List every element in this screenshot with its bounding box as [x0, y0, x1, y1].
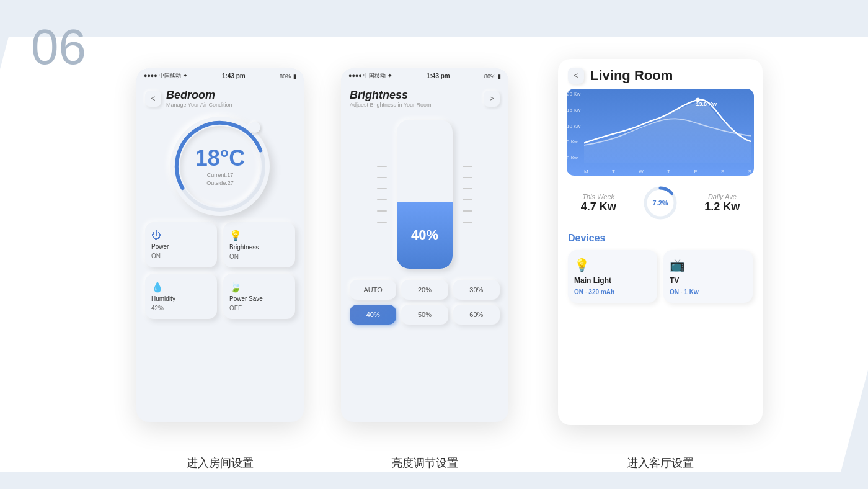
- status-bar-2: ●●●● 中国移动 ✦ 1:43 pm 80% ▮: [341, 68, 508, 84]
- page-number: 06: [31, 19, 86, 76]
- this-week-value: 4.7 Kw: [581, 200, 616, 213]
- x-label-T2: T: [667, 169, 670, 174]
- device-main-light[interactable]: 💡 Main Light ON · 320 mAh: [568, 250, 657, 303]
- tick: [377, 210, 387, 212]
- chart-svg: [584, 91, 751, 163]
- slider-ticks-right: [463, 166, 472, 223]
- livingroom-title: Living Room: [590, 68, 673, 84]
- humidity-label: Humidity: [151, 295, 175, 302]
- tick: [377, 177, 387, 178]
- drag-handle[interactable]: [249, 122, 260, 133]
- bedroom-title-block: Bedroom Manage Your Air Condition: [166, 89, 232, 108]
- powersave-label: Power Save: [229, 295, 263, 302]
- preset-50[interactable]: 50%: [401, 305, 448, 325]
- brightness-title: Brightness: [350, 89, 432, 102]
- power-button[interactable]: ⏻ Power ON: [145, 222, 217, 267]
- x-label-T1: T: [612, 169, 615, 174]
- livingroom-header: < Living Room: [558, 59, 763, 89]
- devices-title: Devices: [568, 233, 753, 244]
- humidity-value: 42%: [151, 305, 164, 312]
- preset-20[interactable]: 20%: [401, 280, 448, 300]
- x-label-F: F: [694, 169, 698, 174]
- control-grid: ⏻ Power ON 💡 Brightness ON 💧 Humidity 42…: [136, 222, 304, 319]
- livingroom-screen: < Living Room 20 Kw 15 Kw 10 Kw 5 Kw 0 K…: [558, 59, 763, 425]
- label-brightness: 亮度调节设置: [341, 455, 508, 470]
- thermostat-ring: 18°C Current:17 Outside:27: [170, 117, 270, 216]
- label-bedroom: 进入房间设置: [136, 455, 304, 470]
- chart-svg-wrap: [584, 91, 751, 163]
- brightness-label: Brightness: [229, 244, 259, 251]
- brightness-header: Brightness Adjuest Brightness in Your Ro…: [341, 84, 508, 110]
- battery-2: 80% ▮: [484, 73, 501, 79]
- thermostat: 18°C Current:17 Outside:27: [136, 117, 304, 216]
- powersave-value: OFF: [229, 305, 242, 312]
- label-livingroom: 进入客厅设置: [558, 455, 763, 470]
- main-light-status: ON · 320 mAh: [574, 289, 651, 295]
- y-label-20: 20 Kw: [567, 91, 585, 97]
- device-tv[interactable]: 📺 TV ON · 1 Kw: [663, 250, 753, 303]
- brightness-button[interactable]: 💡 Brightness ON: [223, 222, 295, 267]
- brightness-value: ON: [229, 253, 239, 260]
- slider-fill: 40%: [397, 202, 453, 269]
- daily-ave-stat: Daily Ave 1.2 Kw: [704, 193, 740, 213]
- tv-status: ON · 1 Kw: [670, 289, 746, 295]
- brightness-icon: 💡: [229, 230, 242, 241]
- bedroom-header: < Bedroom Manage Your Air Condition: [136, 84, 304, 110]
- this-week-label: This Week: [581, 193, 616, 200]
- tick: [377, 188, 387, 189]
- tick: [463, 210, 472, 212]
- y-label-10: 10 Kw: [567, 123, 585, 129]
- brightness-slider-area: 40%: [341, 114, 508, 275]
- bedroom-title: Bedroom: [166, 89, 232, 102]
- power-icon: ⏻: [151, 230, 161, 241]
- back-button-1[interactable]: <: [145, 91, 161, 107]
- bedroom-subtitle: Manage Your Air Condition: [166, 102, 232, 108]
- tick: [377, 199, 387, 200]
- brightness-slider[interactable]: 40%: [397, 120, 453, 269]
- brightness-title-block: Brightness Adjuest Brightness in Your Ro…: [350, 89, 432, 108]
- stats-row: This Week 4.7 Kw 7.2% Daily Ave 1.2 Kw: [558, 176, 763, 230]
- preset-60[interactable]: 60%: [453, 305, 500, 325]
- x-label-W: W: [639, 169, 644, 174]
- chart-x-labels: M T W T F S S: [584, 169, 751, 174]
- back-button-3[interactable]: <: [568, 68, 584, 84]
- tick: [463, 199, 472, 200]
- tick: [377, 166, 387, 167]
- brightness-screen: ●●●● 中国移动 ✦ 1:43 pm 80% ▮ Brightness Adj…: [341, 68, 508, 422]
- brightness-presets: AUTO 20% 30% 40% 50% 60%: [341, 280, 508, 325]
- slider-ticks-left: [377, 166, 387, 223]
- slider-percent: 40%: [411, 227, 438, 243]
- devices-grid: 💡 Main Light ON · 320 mAh 📺 TV ON · 1 Kw: [568, 250, 753, 303]
- y-label-5: 5 Kw: [567, 139, 585, 145]
- x-label-M: M: [584, 169, 588, 174]
- tv-icon: 📺: [670, 258, 746, 272]
- humidity-icon: 💧: [151, 281, 164, 293]
- y-label-15: 15 Kw: [567, 107, 585, 113]
- carrier-1: ●●●● 中国移动 ✦: [144, 72, 188, 80]
- tick: [463, 188, 472, 189]
- time-2: 1:43 pm: [427, 73, 450, 79]
- next-button[interactable]: >: [484, 91, 500, 107]
- tick: [463, 222, 472, 223]
- donut-chart: 7.2%: [642, 184, 679, 222]
- carrier-2: ●●●● 中国移动 ✦: [348, 72, 392, 80]
- svg-point-2: [696, 97, 699, 102]
- daily-ave-value: 1.2 Kw: [704, 200, 740, 213]
- y-label-0: 0 Kw: [567, 155, 585, 161]
- x-label-S1: S: [721, 169, 724, 174]
- x-label-S2: S: [748, 169, 751, 174]
- bedroom-screen: ●●●● 中国移动 ✦ 1:43 pm 80% ▮ < Bedroom Mana…: [136, 68, 304, 422]
- preset-30[interactable]: 30%: [453, 280, 500, 300]
- preset-40[interactable]: 40%: [350, 305, 396, 325]
- chart-y-labels: 20 Kw 15 Kw 10 Kw 5 Kw 0 Kw: [567, 89, 585, 163]
- preset-auto[interactable]: AUTO: [350, 280, 396, 300]
- tick: [377, 222, 387, 223]
- donut-label: 7.2%: [652, 199, 668, 207]
- time-1: 1:43 pm: [222, 73, 246, 79]
- humidity-button[interactable]: 💧 Humidity 42%: [145, 274, 217, 319]
- powersave-button[interactable]: 🍃 Power Save OFF: [223, 274, 295, 319]
- power-value: ON: [151, 253, 161, 259]
- tick: [463, 177, 472, 178]
- main-light-icon: 💡: [574, 258, 651, 272]
- daily-ave-label: Daily Ave: [704, 193, 740, 200]
